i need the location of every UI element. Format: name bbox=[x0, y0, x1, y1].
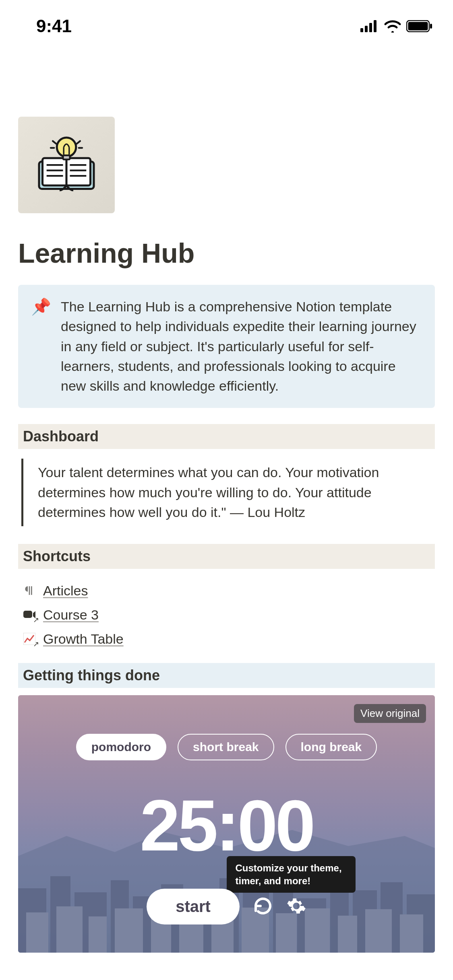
svg-rect-2 bbox=[369, 23, 372, 32]
tab-long-break[interactable]: long break bbox=[285, 734, 377, 760]
link-arrow-icon: ↗ bbox=[33, 616, 39, 624]
timer-display: 25:00 bbox=[18, 784, 435, 867]
gear-icon[interactable] bbox=[286, 896, 306, 918]
shortcut-label: Course 3 bbox=[43, 607, 99, 623]
shortcuts-list: Articles ↗ Course 3 ↗ Growth Table bbox=[18, 576, 435, 663]
svg-rect-3 bbox=[374, 20, 376, 32]
callout[interactable]: 📌 The Learning Hub is a comprehensive No… bbox=[18, 285, 435, 408]
heading-gtd[interactable]: Getting things done bbox=[18, 663, 435, 688]
heading-shortcuts[interactable]: Shortcuts bbox=[18, 544, 435, 569]
svg-point-16 bbox=[57, 138, 76, 157]
callout-text: The Learning Hub is a comprehensive Noti… bbox=[61, 297, 422, 396]
video-icon: ↗ bbox=[21, 607, 37, 623]
shortcut-articles[interactable]: Articles bbox=[21, 579, 432, 603]
svg-rect-0 bbox=[360, 28, 363, 32]
heading-dashboard[interactable]: Dashboard bbox=[18, 424, 435, 449]
status-time: 9:41 bbox=[36, 16, 72, 36]
tab-short-break[interactable]: short break bbox=[178, 734, 274, 760]
svg-rect-6 bbox=[430, 24, 432, 29]
chart-icon: ↗ bbox=[21, 631, 37, 647]
book-lightbulb-icon bbox=[32, 131, 101, 199]
link-arrow-icon: ↗ bbox=[33, 640, 39, 649]
shortcut-label: Articles bbox=[43, 583, 88, 599]
paragraph-icon bbox=[21, 583, 37, 599]
page-title[interactable]: Learning Hub bbox=[18, 237, 435, 269]
shortcut-label: Growth Table bbox=[43, 631, 124, 647]
svg-rect-1 bbox=[365, 26, 368, 32]
timer-controls: start bbox=[18, 889, 435, 924]
tab-pomodoro[interactable]: pomodoro bbox=[76, 734, 166, 760]
view-original-button[interactable]: View original bbox=[354, 704, 426, 723]
svg-rect-5 bbox=[408, 22, 428, 31]
svg-rect-19 bbox=[63, 155, 70, 159]
svg-line-22 bbox=[77, 141, 81, 144]
page-icon[interactable] bbox=[18, 117, 115, 213]
battery-icon bbox=[406, 20, 433, 32]
start-button[interactable]: start bbox=[147, 889, 240, 924]
settings-tooltip: Customize your theme, timer, and more! bbox=[227, 856, 356, 892]
wifi-icon bbox=[384, 20, 401, 33]
shortcut-course-3[interactable]: ↗ Course 3 bbox=[21, 603, 432, 627]
pomodoro-widget[interactable]: View original pomodoro short break long … bbox=[18, 695, 435, 953]
reset-icon[interactable] bbox=[253, 896, 273, 917]
shortcut-growth-table[interactable]: ↗ Growth Table bbox=[21, 627, 432, 651]
pin-icon: 📌 bbox=[31, 297, 51, 396]
quote-block[interactable]: Your talent determines what you can do. … bbox=[21, 459, 432, 526]
svg-line-20 bbox=[53, 141, 56, 144]
status-bar: 9:41 bbox=[0, 0, 453, 44]
timer-tabs: pomodoro short break long break bbox=[18, 734, 435, 760]
status-indicators bbox=[360, 20, 433, 33]
svg-rect-24 bbox=[23, 611, 32, 618]
cellular-icon bbox=[360, 20, 379, 32]
